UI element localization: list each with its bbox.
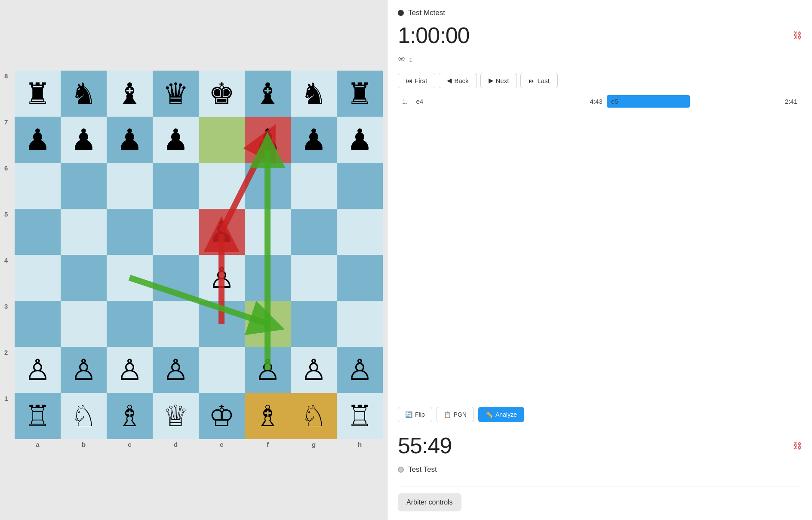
- piece-h1: ♖: [347, 401, 373, 430]
- piece-f8: ♝: [255, 79, 281, 108]
- square-c5[interactable]: [107, 209, 153, 255]
- square-f7[interactable]: ♟: [245, 117, 291, 163]
- square-c3[interactable]: [107, 301, 153, 347]
- square-g7[interactable]: ♟: [291, 117, 337, 163]
- move-black-1[interactable]: e5: [607, 95, 690, 108]
- square-f5[interactable]: [245, 209, 291, 255]
- next-button[interactable]: ▶ Next: [480, 73, 517, 88]
- square-f1[interactable]: ♗: [245, 393, 291, 439]
- square-c4[interactable]: [107, 255, 153, 301]
- back-button[interactable]: ◀ Back: [439, 73, 477, 88]
- square-g2[interactable]: ♙: [291, 347, 337, 393]
- bottom-link-icon[interactable]: ⛓: [793, 441, 802, 451]
- square-d2[interactable]: ♙: [153, 347, 199, 393]
- square-b2[interactable]: ♙: [61, 347, 107, 393]
- square-h8[interactable]: ♜: [337, 71, 383, 117]
- square-e5[interactable]: ♟: [199, 209, 245, 255]
- player-top: Test Mctest: [398, 9, 802, 17]
- square-e4[interactable]: ♙: [199, 255, 245, 301]
- square-g8[interactable]: ♞: [291, 71, 337, 117]
- square-b4[interactable]: [61, 255, 107, 301]
- last-button[interactable]: ⏭ Last: [520, 73, 557, 88]
- move-white-1[interactable]: e4: [412, 95, 495, 108]
- square-e1[interactable]: ♔: [199, 393, 245, 439]
- square-g5[interactable]: [291, 209, 337, 255]
- square-a6[interactable]: [15, 163, 61, 209]
- square-d1[interactable]: ♕: [153, 393, 199, 439]
- rank-labels: 8 7 6 5 4 3 2 1: [4, 71, 15, 439]
- square-a5[interactable]: [15, 209, 61, 255]
- square-b5[interactable]: [61, 209, 107, 255]
- rank-6: 6: [4, 163, 15, 209]
- square-h1[interactable]: ♖: [337, 393, 383, 439]
- square-e6[interactable]: [199, 163, 245, 209]
- eye-icon: 👁: [398, 55, 406, 64]
- top-player-name: Test Mctest: [408, 9, 445, 17]
- square-f3[interactable]: [245, 301, 291, 347]
- square-c6[interactable]: [107, 163, 153, 209]
- square-f6[interactable]: [245, 163, 291, 209]
- square-f8[interactable]: ♝: [245, 71, 291, 117]
- square-f2[interactable]: ♙: [245, 347, 291, 393]
- chess-board[interactable]: ♜♞♝♛♚♝♞♜♟♟♟♟♟♟♟♟♙♙♙♙♙♙♙♙♖♘♗♕♔♗♘♖: [15, 71, 383, 439]
- rank-5: 5: [4, 209, 15, 255]
- piece-a8: ♜: [25, 79, 51, 108]
- square-d7[interactable]: ♟: [153, 117, 199, 163]
- piece-h2: ♙: [347, 355, 373, 384]
- square-e3[interactable]: [199, 301, 245, 347]
- square-c2[interactable]: ♙: [107, 347, 153, 393]
- square-a8[interactable]: ♜: [15, 71, 61, 117]
- square-b8[interactable]: ♞: [61, 71, 107, 117]
- piece-g1: ♘: [301, 401, 327, 430]
- file-d: d: [153, 441, 199, 448]
- top-clock-row: 1:00:00 ⛓: [398, 22, 802, 48]
- square-d6[interactable]: [153, 163, 199, 209]
- square-g6[interactable]: [291, 163, 337, 209]
- square-e2[interactable]: [199, 347, 245, 393]
- square-h6[interactable]: [337, 163, 383, 209]
- piece-f7: ♟: [255, 125, 281, 154]
- square-h5[interactable]: [337, 209, 383, 255]
- square-h2[interactable]: ♙: [337, 347, 383, 393]
- viewers-row: 👁 1: [398, 55, 802, 64]
- square-a4[interactable]: [15, 255, 61, 301]
- square-d3[interactable]: [153, 301, 199, 347]
- square-h3[interactable]: [337, 301, 383, 347]
- square-b7[interactable]: ♟: [61, 117, 107, 163]
- square-c1[interactable]: ♗: [107, 393, 153, 439]
- square-a2[interactable]: ♙: [15, 347, 61, 393]
- piece-h8: ♜: [347, 79, 373, 108]
- square-c7[interactable]: ♟: [107, 117, 153, 163]
- square-h4[interactable]: [337, 255, 383, 301]
- arbiter-button[interactable]: Arbiter controls: [398, 493, 461, 511]
- analyze-button[interactable]: ✏️ Analyze: [478, 407, 524, 422]
- square-h7[interactable]: ♟: [337, 117, 383, 163]
- move-row-1: 1. e4 4:43 e5 2:41: [398, 95, 802, 108]
- square-g4[interactable]: [291, 255, 337, 301]
- pgn-button[interactable]: 📋 PGN: [437, 407, 474, 422]
- square-d4[interactable]: [153, 255, 199, 301]
- file-a: a: [15, 441, 61, 448]
- square-d8[interactable]: ♛: [153, 71, 199, 117]
- square-g3[interactable]: [291, 301, 337, 347]
- square-b6[interactable]: [61, 163, 107, 209]
- square-b3[interactable]: [61, 301, 107, 347]
- flip-button[interactable]: 🔄 Flip: [398, 407, 432, 422]
- square-d5[interactable]: [153, 209, 199, 255]
- first-button[interactable]: ⏮ First: [398, 73, 435, 88]
- top-link-icon[interactable]: ⛓: [793, 31, 802, 40]
- square-f4[interactable]: [245, 255, 291, 301]
- square-c8[interactable]: ♝: [107, 71, 153, 117]
- next-icon: ▶: [489, 77, 494, 84]
- flip-icon: 🔄: [405, 411, 412, 418]
- square-a1[interactable]: ♖: [15, 393, 61, 439]
- square-b1[interactable]: ♘: [61, 393, 107, 439]
- rank-1: 1: [4, 393, 15, 439]
- square-e8[interactable]: ♚: [199, 71, 245, 117]
- viewer-count: 1: [409, 56, 412, 63]
- square-a3[interactable]: [15, 301, 61, 347]
- square-e7[interactable]: [199, 117, 245, 163]
- rank-7: 7: [4, 117, 15, 163]
- square-g1[interactable]: ♘: [291, 393, 337, 439]
- square-a7[interactable]: ♟: [15, 117, 61, 163]
